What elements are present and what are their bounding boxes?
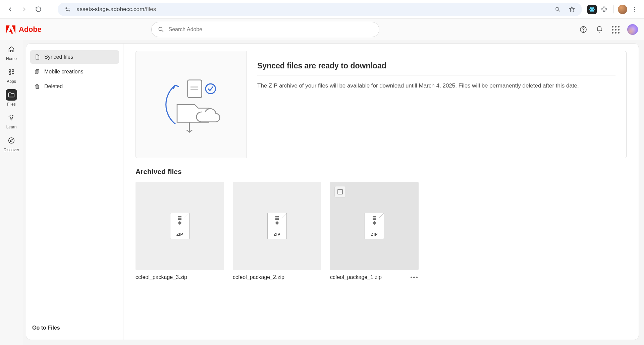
side-item-label: Synced files bbox=[44, 54, 73, 60]
go-to-files-link[interactable]: Go to Files bbox=[30, 321, 119, 333]
rail-label: Apps bbox=[7, 79, 16, 84]
svg-point-12 bbox=[583, 31, 584, 32]
side-item-deleted[interactable]: Deleted bbox=[30, 80, 119, 93]
zoom-icon[interactable] bbox=[552, 4, 563, 15]
left-rail: Home Apps Files Learn bbox=[0, 40, 23, 345]
forward-button[interactable] bbox=[18, 3, 30, 15]
side-item-label: Mobile creations bbox=[44, 69, 84, 75]
adobe-logo[interactable]: Adobe bbox=[6, 25, 41, 34]
svg-point-7 bbox=[634, 7, 635, 8]
back-button[interactable] bbox=[4, 3, 16, 15]
side-nav: Synced files Mobile creations Deleted Go… bbox=[26, 44, 123, 340]
rail-label: Learn bbox=[6, 125, 17, 129]
file-thumbnail[interactable]: ZIP bbox=[136, 182, 224, 270]
banner-title: Synced files are ready to download bbox=[257, 61, 615, 75]
svg-point-16 bbox=[9, 138, 14, 143]
svg-point-3 bbox=[592, 9, 593, 10]
rail-item-home[interactable]: Home bbox=[2, 44, 20, 61]
file-thumbnail[interactable]: ZIP bbox=[233, 182, 321, 270]
react-devtools-extension-icon[interactable] bbox=[587, 5, 597, 14]
content-card: Synced files Mobile creations Deleted Go… bbox=[26, 44, 639, 340]
banner-description: The ZIP archive of your files will be av… bbox=[257, 81, 593, 90]
svg-point-13 bbox=[9, 70, 11, 72]
adobe-logo-icon bbox=[6, 25, 15, 34]
file-more-actions-icon[interactable] bbox=[409, 277, 419, 278]
rail-label: Home bbox=[6, 56, 17, 61]
side-item-synced-files[interactable]: Synced files bbox=[30, 50, 119, 64]
apps-icon bbox=[6, 66, 17, 78]
search-input[interactable] bbox=[168, 26, 373, 33]
user-avatar[interactable] bbox=[627, 24, 638, 35]
rail-label: Discover bbox=[4, 148, 19, 152]
learn-icon bbox=[6, 112, 17, 123]
side-item-label: Deleted bbox=[44, 83, 63, 90]
app-switcher-icon[interactable] bbox=[611, 25, 620, 34]
zip-file-icon: ZIP bbox=[365, 213, 384, 239]
file-card[interactable]: ZIP ccfeol_package_2.zip bbox=[233, 182, 321, 280]
rail-label: Files bbox=[7, 102, 15, 107]
toolbar-divider bbox=[613, 5, 614, 13]
chrome-menu-icon[interactable] bbox=[629, 4, 640, 15]
archived-files-heading: Archived files bbox=[136, 168, 627, 176]
svg-rect-19 bbox=[187, 80, 202, 98]
file-thumbnail[interactable]: ZIP bbox=[330, 182, 419, 270]
file-name: ccfeol_package_2.zip bbox=[233, 274, 284, 280]
browser-toolbar: assets-stage.adobecc.com/files bbox=[0, 0, 644, 19]
file-select-checkbox[interactable] bbox=[335, 186, 345, 197]
file-card[interactable]: ZIP ccfeol_package_3.zip bbox=[136, 182, 224, 280]
extensions-icon[interactable] bbox=[599, 4, 609, 15]
svg-rect-18 bbox=[36, 69, 39, 73]
file-card[interactable]: ZIP ccfeol_package_1.zip bbox=[330, 182, 419, 280]
svg-point-22 bbox=[206, 84, 215, 94]
file-name: ccfeol_package_3.zip bbox=[136, 274, 187, 280]
rail-item-files[interactable]: Files bbox=[2, 89, 20, 107]
bookmark-star-icon[interactable] bbox=[567, 4, 577, 15]
rail-item-learn[interactable]: Learn bbox=[2, 112, 20, 129]
help-icon[interactable] bbox=[579, 25, 588, 34]
svg-point-15 bbox=[9, 73, 11, 75]
svg-point-0 bbox=[66, 7, 67, 8]
svg-point-14 bbox=[12, 70, 14, 72]
svg-point-1 bbox=[69, 10, 70, 11]
notifications-icon[interactable] bbox=[595, 25, 604, 34]
svg-point-10 bbox=[159, 27, 162, 31]
rail-item-apps[interactable]: Apps bbox=[2, 66, 20, 84]
discover-icon bbox=[6, 135, 17, 146]
url-text: assets-stage.adobecc.com/files bbox=[76, 6, 156, 13]
site-settings-icon[interactable] bbox=[62, 4, 73, 15]
url-host: assets-stage.adobecc.com bbox=[76, 6, 144, 12]
zip-file-icon: ZIP bbox=[170, 213, 190, 239]
home-icon bbox=[6, 44, 17, 55]
side-item-mobile-creations[interactable]: Mobile creations bbox=[30, 65, 119, 78]
document-icon bbox=[34, 54, 40, 60]
svg-point-8 bbox=[634, 9, 635, 10]
main-area: Synced files are ready to download The Z… bbox=[123, 44, 639, 340]
archived-files-grid: ZIP ccfeol_package_3.zip ZIP bbox=[136, 182, 627, 280]
reload-button[interactable] bbox=[32, 3, 44, 15]
svg-rect-17 bbox=[35, 70, 38, 74]
banner-illustration bbox=[136, 51, 247, 158]
app-header: Adobe bbox=[0, 19, 644, 40]
mobile-docs-icon bbox=[34, 69, 40, 75]
search-field[interactable] bbox=[151, 22, 379, 37]
files-icon bbox=[6, 89, 17, 101]
zip-file-icon: ZIP bbox=[267, 213, 287, 239]
file-name: ccfeol_package_1.zip bbox=[330, 274, 382, 280]
download-banner: Synced files are ready to download The Z… bbox=[136, 51, 627, 158]
trash-icon bbox=[34, 83, 40, 90]
svg-point-9 bbox=[634, 10, 635, 11]
address-bar[interactable]: assets-stage.adobecc.com/files bbox=[58, 3, 582, 16]
url-path: /files bbox=[144, 6, 156, 12]
svg-point-2 bbox=[556, 7, 559, 10]
adobe-logo-text: Adobe bbox=[19, 25, 41, 34]
rail-item-discover[interactable]: Discover bbox=[2, 135, 20, 152]
chrome-profile-avatar[interactable] bbox=[618, 5, 627, 14]
search-icon bbox=[158, 26, 164, 33]
